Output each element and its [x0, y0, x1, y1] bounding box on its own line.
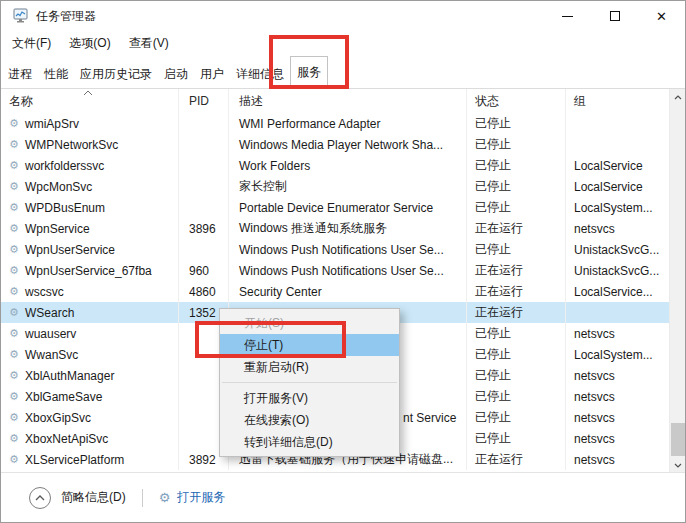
- statusbar-divider: [142, 489, 143, 507]
- service-group: netsvcs: [566, 449, 671, 470]
- table-row[interactable]: ⚙ WpnService 3896 Windows 推送通知系统服务 正在运行 …: [1, 218, 671, 239]
- gear-icon: ⚙: [9, 327, 25, 340]
- service-pid: 960: [179, 260, 229, 281]
- column-header-status[interactable]: 状态: [467, 89, 566, 113]
- service-description: Security Center: [229, 281, 467, 302]
- table-header[interactable]: 名称 PID 描述 状态 组: [1, 89, 671, 113]
- tab-app-history[interactable]: 应用历史记录: [74, 61, 158, 88]
- service-status: 已停止: [467, 113, 566, 134]
- tab-startup[interactable]: 启动: [158, 61, 194, 88]
- tab-details[interactable]: 详细信息: [230, 61, 290, 88]
- gear-icon: ⚙: [9, 348, 25, 361]
- context-menu-item-打开服务[interactable]: 打开服务(V): [220, 387, 399, 409]
- tab-performance[interactable]: 性能: [38, 61, 74, 88]
- gear-icon: ⚙: [9, 306, 25, 319]
- gear-icon: ⚙: [9, 117, 25, 130]
- status-bar: 简略信息(D) ⚙ 打开服务: [1, 472, 685, 522]
- gear-icon: ⚙: [9, 159, 25, 172]
- service-group: LocalService...: [566, 281, 671, 302]
- table-row[interactable]: ⚙ WpnUserService_67fba 960 Windows Push …: [1, 260, 671, 281]
- gear-icon: ⚙: [9, 285, 25, 298]
- table-row[interactable]: ⚙ wmiApSrv WMI Performance Adapter 已停止: [1, 113, 671, 134]
- service-group: LocalService: [566, 176, 671, 197]
- service-group: LocalSystem...: [566, 197, 671, 218]
- table-row[interactable]: ⚙ WpnUserService Windows Push Notificati…: [1, 239, 671, 260]
- service-status: 正在运行: [467, 281, 566, 302]
- service-status: 正在运行: [467, 449, 566, 470]
- context-menu-item-重新启动[interactable]: 重新启动(R): [220, 356, 399, 378]
- gear-icon: ⚙: [9, 138, 25, 151]
- context-menu-item-转到详细信息[interactable]: 转到详细信息(D): [220, 431, 399, 453]
- table-row[interactable]: ⚙ workfolderssvc Work Folders 已停止 LocalS…: [1, 155, 671, 176]
- service-name: WSearch: [25, 306, 74, 320]
- open-services-link[interactable]: 打开服务: [177, 489, 225, 506]
- service-group: UnistackSvcG...: [566, 239, 671, 260]
- service-name: XboxGipSvc: [25, 411, 91, 425]
- fewer-details-label[interactable]: 简略信息(D): [61, 489, 126, 506]
- gear-icon: ⚙: [9, 201, 25, 214]
- scroll-up-button[interactable]: [670, 89, 686, 106]
- gear-icon: ⚙: [9, 369, 25, 382]
- service-description: Windows Media Player Network Sha...: [229, 134, 467, 155]
- service-group: LocalSystem...: [566, 344, 671, 365]
- service-status: 正在运行: [467, 302, 566, 323]
- window-title: 任务管理器: [36, 8, 96, 25]
- minimize-icon: [562, 16, 573, 17]
- service-status: 已停止: [467, 386, 566, 407]
- service-pid: [179, 134, 229, 155]
- gear-icon: ⚙: [9, 390, 25, 403]
- service-pid: [179, 113, 229, 134]
- menubar-item-view[interactable]: 查看(V): [120, 35, 178, 52]
- chevron-down-icon: [674, 463, 682, 468]
- service-pid: 4860: [179, 281, 229, 302]
- context-menu-item-停止[interactable]: 停止(T): [220, 334, 399, 356]
- service-pid: [179, 197, 229, 218]
- tab-services[interactable]: 服务: [290, 56, 328, 89]
- table-row[interactable]: ⚙ WMPNetworkSvc Windows Media Player Net…: [1, 134, 671, 155]
- maximize-button[interactable]: [591, 1, 638, 31]
- scrollbar-thumb[interactable]: [671, 423, 685, 456]
- service-status: 已停止: [467, 344, 566, 365]
- gear-icon: ⚙: [9, 222, 25, 235]
- maximize-icon: [610, 11, 620, 21]
- menubar-item-options[interactable]: 选项(O): [60, 35, 119, 52]
- task-manager-window: 任务管理器 ✕ 文件(F)选项(O)查看(V) 进程性能应用历史记录启动用户详细…: [0, 0, 686, 523]
- vertical-scrollbar[interactable]: [669, 89, 685, 474]
- service-status: 已停止: [467, 239, 566, 260]
- service-group: [566, 113, 671, 134]
- table-row[interactable]: ⚙ WpcMonSvc 家长控制 已停止 LocalService: [1, 176, 671, 197]
- service-pid: [179, 239, 229, 260]
- column-header-group[interactable]: 组: [566, 89, 671, 113]
- service-name: wuauserv: [25, 327, 76, 341]
- close-button[interactable]: ✕: [638, 1, 685, 31]
- sort-ascending-icon: [83, 90, 93, 96]
- service-group: [566, 302, 671, 323]
- service-description: Windows 推送通知系统服务: [229, 218, 467, 239]
- table-row[interactable]: ⚙ WPDBusEnum Portable Device Enumerator …: [1, 197, 671, 218]
- service-status: 已停止: [467, 197, 566, 218]
- service-status: 正在运行: [467, 260, 566, 281]
- service-status: 正在运行: [467, 218, 566, 239]
- service-group: netsvcs: [566, 218, 671, 239]
- menubar-item-file[interactable]: 文件(F): [3, 35, 60, 52]
- gear-icon: ⚙: [9, 243, 25, 256]
- context-menu-item-在线搜索[interactable]: 在线搜索(O): [220, 409, 399, 431]
- fewer-details-toggle[interactable]: [29, 487, 51, 509]
- context-menu-item-开始: 开始(S): [220, 312, 399, 334]
- tab-users[interactable]: 用户: [194, 61, 230, 88]
- service-description: Portable Device Enumerator Service: [229, 197, 467, 218]
- column-header-description[interactable]: 描述: [229, 89, 467, 113]
- menu-bar: 文件(F)选项(O)查看(V): [1, 31, 685, 56]
- service-name: XLServicePlatform: [25, 453, 124, 467]
- minimize-button[interactable]: [544, 1, 591, 31]
- tab-processes[interactable]: 进程: [2, 61, 38, 88]
- column-header-pid[interactable]: PID: [179, 89, 229, 113]
- service-group: netsvcs: [566, 365, 671, 386]
- service-name: WMPNetworkSvc: [25, 138, 118, 152]
- service-description: Work Folders: [229, 155, 467, 176]
- close-icon: ✕: [656, 9, 667, 24]
- title-bar[interactable]: 任务管理器 ✕: [1, 1, 685, 31]
- table-row[interactable]: ⚙ wscsvc 4860 Security Center 正在运行 Local…: [1, 281, 671, 302]
- service-description: WMI Performance Adapter: [229, 113, 467, 134]
- service-name: WPDBusEnum: [25, 201, 105, 215]
